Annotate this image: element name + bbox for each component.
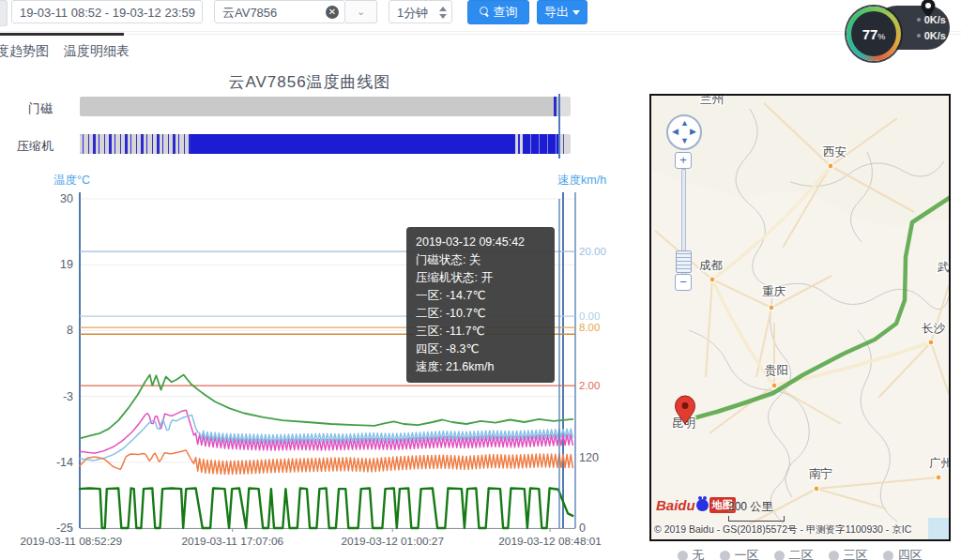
map-copyright: © 2019 Baidu - GS(2018)5572号 - 甲测资字11009… [654, 523, 911, 537]
svg-text:8: 8 [67, 324, 73, 337]
map-canvas: 兰州西安武汉成都重庆贵阳长沙南宁广州昆明 [651, 96, 949, 539]
map-pan-control[interactable]: ▲▼ ◀▶ [666, 114, 702, 150]
zone-legend-item[interactable]: 三区 [829, 547, 868, 560]
svg-text:2019-03-12 08:48:01: 2019-03-12 08:48:01 [498, 535, 602, 548]
app-root: 19-03-11 08:52 - 19-03-12 23:59 云AV7856 … [0, 0, 961, 560]
map-city-label: 西安 [823, 145, 847, 159]
map-zoom-out-button[interactable]: − [675, 274, 692, 291]
tooltip-lines: 门磁状态: 关压缩机状态: 开一区: -14.7℃二区: -10.7℃三区: -… [416, 251, 545, 376]
svg-text:19: 19 [60, 258, 73, 271]
svg-text:30: 30 [60, 192, 73, 205]
svg-text:0: 0 [579, 522, 586, 535]
map-city-label: 兰州 [700, 96, 724, 106]
zone-legend-item[interactable]: 无 [678, 547, 705, 560]
pan-up-icon[interactable]: ▲ [680, 119, 689, 128]
map-city-label: 南宁 [809, 467, 832, 480]
map-city-label: 广州 [929, 457, 949, 470]
pan-right-icon[interactable]: ▶ [690, 128, 696, 136]
map-city-label: 长沙 [922, 322, 946, 335]
down-dot-icon [917, 34, 921, 38]
svg-text:-3: -3 [63, 390, 73, 403]
zone-legend-item[interactable]: 四区 [883, 547, 923, 560]
svg-text:2019-03-11 17:07:06: 2019-03-11 17:07:06 [181, 535, 283, 548]
svg-text:2019-03-11 08:52:29: 2019-03-11 08:52:29 [20, 535, 122, 548]
map-scale-bar: 200 公里 [728, 499, 785, 522]
svg-text:2.00: 2.00 [579, 380, 600, 391]
zone-legend-item[interactable]: 一区 [720, 547, 759, 560]
map-zoom-in-button[interactable]: + [675, 152, 692, 169]
baidu-paw-icon [696, 499, 709, 511]
battery-gauge: 77% [847, 7, 901, 61]
zone-legend-item[interactable]: 二区 [774, 547, 814, 560]
svg-text:-14: -14 [56, 456, 73, 469]
net-speed-rows: 0K/s 0K/s [903, 12, 946, 44]
svg-text:0.00: 0.00 [579, 310, 600, 322]
svg-text:8.00: 8.00 [579, 322, 600, 333]
map-city-label: 重庆 [762, 285, 786, 298]
map-city-label: 武汉 [937, 261, 949, 274]
speed-monitor-widget[interactable]: 77% 0K/s 0K/s [847, 0, 954, 60]
zone-legend: 无一区二区三区四区 [649, 547, 950, 560]
chart-tooltip: 2019-03-12 09:45:42 门磁状态: 关压缩机状态: 开一区: -… [406, 227, 555, 383]
baidu-logo: Baidu地图 [656, 497, 736, 513]
upload-speed: 0K/s [903, 12, 946, 28]
map-city-label: 成都 [699, 259, 723, 272]
map-city-label: 贵阳 [765, 364, 788, 377]
pan-left-icon[interactable]: ◀ [672, 128, 679, 136]
tooltip-time: 2019-03-12 09:45:42 [416, 234, 545, 251]
download-speed: 0K/s [903, 28, 946, 44]
svg-text:2019-03-12 01:00:27: 2019-03-12 01:00:27 [341, 535, 444, 548]
svg-text:20.00: 20.00 [579, 246, 606, 257]
svg-text:120: 120 [579, 451, 599, 464]
baidu-map[interactable]: 兰州西安武汉成都重庆贵阳长沙南宁广州昆明 ▲▼ ◀▶ + − Baidu地图 2… [649, 94, 951, 541]
pan-down-icon[interactable]: ▼ [680, 137, 689, 145]
map-zoom-handle[interactable] [676, 250, 692, 273]
up-dot-icon [917, 18, 921, 22]
